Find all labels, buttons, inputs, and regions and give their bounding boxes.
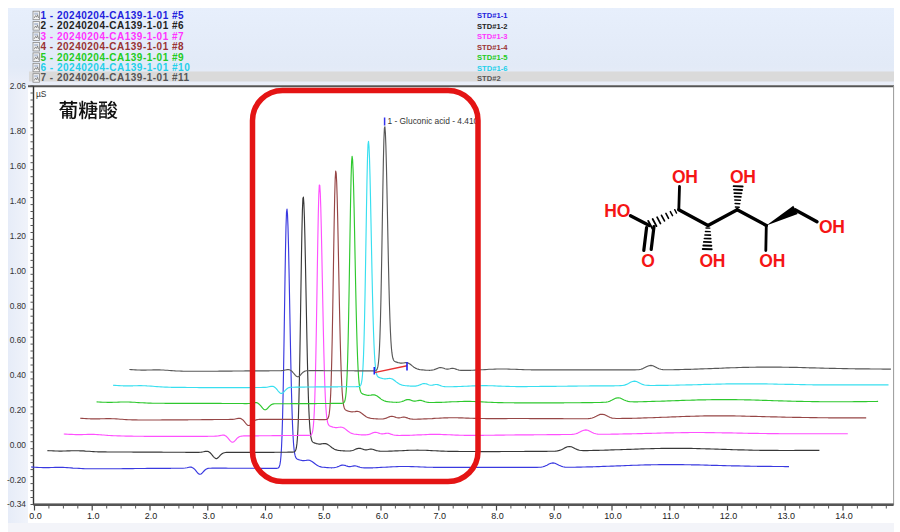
svg-text:OH: OH xyxy=(672,167,698,187)
svg-text:OH: OH xyxy=(700,251,726,271)
svg-text:1.00: 1.00 xyxy=(10,266,27,276)
svg-text:1.0: 1.0 xyxy=(87,511,100,521)
svg-text:1 - Gluconic acid - 4.410: 1 - Gluconic acid - 4.410 xyxy=(388,116,479,126)
svg-text:4 - 20240204-CA139-1-01 #8: 4 - 20240204-CA139-1-01 #8 xyxy=(41,41,185,52)
svg-text:STD#2: STD#2 xyxy=(477,74,501,83)
svg-text:STD#1-6: STD#1-6 xyxy=(477,64,507,73)
svg-text:0.40: 0.40 xyxy=(10,370,27,380)
svg-text:-0.20: -0.20 xyxy=(7,475,26,485)
svg-text:2.0: 2.0 xyxy=(145,511,158,521)
svg-text:0.0: 0.0 xyxy=(29,511,42,521)
svg-text:1.60: 1.60 xyxy=(10,161,27,171)
svg-text:0.80: 0.80 xyxy=(10,301,27,311)
svg-text:OH: OH xyxy=(759,251,785,271)
svg-text:OH: OH xyxy=(730,167,756,187)
svg-text:8.0: 8.0 xyxy=(491,511,504,521)
svg-text:2.06: 2.06 xyxy=(10,81,27,91)
svg-text:HO: HO xyxy=(604,201,630,221)
svg-text:OH: OH xyxy=(819,217,845,237)
svg-text:STD#1-1: STD#1-1 xyxy=(477,11,508,20)
svg-text:3 - 20240204-CA139-1-01 #7: 3 - 20240204-CA139-1-01 #7 xyxy=(41,31,185,42)
svg-text:1 - 20240204-CA139-1-01 #5: 1 - 20240204-CA139-1-01 #5 xyxy=(41,10,185,21)
svg-text:6.0: 6.0 xyxy=(376,511,389,521)
svg-text:12.0: 12.0 xyxy=(720,511,738,521)
svg-text:14.0: 14.0 xyxy=(835,511,853,521)
svg-text:7.0: 7.0 xyxy=(434,511,447,521)
svg-text:7 - 20240204-CA139-1-01 #11: 7 - 20240204-CA139-1-01 #11 xyxy=(41,72,190,83)
svg-text:STD#1-2: STD#1-2 xyxy=(477,22,507,31)
svg-text:9.0: 9.0 xyxy=(549,511,562,521)
svg-text:4.0: 4.0 xyxy=(260,511,273,521)
svg-text:3.0: 3.0 xyxy=(203,511,216,521)
svg-text:0.20: 0.20 xyxy=(10,405,27,415)
svg-text:2 - 20240204-CA139-1-01 #6: 2 - 20240204-CA139-1-01 #6 xyxy=(41,20,185,31)
svg-text:10.0: 10.0 xyxy=(604,511,622,521)
svg-text:STD#1-3: STD#1-3 xyxy=(477,32,507,41)
svg-text:5 - 20240204-CA139-1-01 #9: 5 - 20240204-CA139-1-01 #9 xyxy=(41,52,185,63)
svg-text:1.40: 1.40 xyxy=(10,196,27,206)
svg-text:O: O xyxy=(641,251,654,271)
svg-text:1.20: 1.20 xyxy=(10,231,27,241)
svg-text:STD#1-4: STD#1-4 xyxy=(477,43,508,52)
svg-text:-0.34: -0.34 xyxy=(7,499,26,509)
svg-text:11.0: 11.0 xyxy=(662,511,679,521)
svg-text:5.0: 5.0 xyxy=(318,511,331,521)
svg-text:µS: µS xyxy=(36,89,47,99)
svg-text:13.0: 13.0 xyxy=(777,511,795,521)
svg-text:0.60: 0.60 xyxy=(10,335,27,345)
svg-text:6 - 20240204-CA139-1-01 #10: 6 - 20240204-CA139-1-01 #10 xyxy=(41,62,191,73)
svg-text:1.80: 1.80 xyxy=(10,126,27,136)
svg-text:0.00: 0.00 xyxy=(10,440,27,450)
svg-text:STD#1-5: STD#1-5 xyxy=(477,53,508,62)
